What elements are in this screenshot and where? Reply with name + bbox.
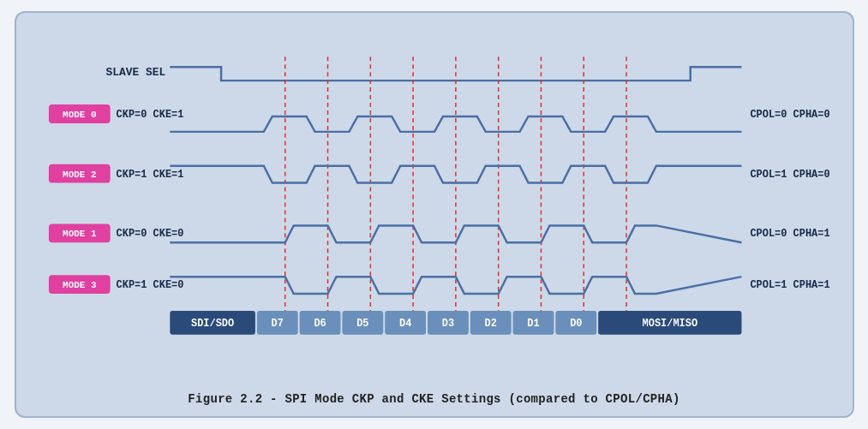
mode0-badge: MODE 0 bbox=[63, 110, 96, 120]
d3-label: D3 bbox=[441, 318, 453, 330]
mode1-right: CPOL=0 CPHA=1 bbox=[750, 228, 829, 240]
mode2-right: CPOL=1 CPHA=0 bbox=[750, 169, 829, 181]
mode1-params: CKP=0 CKE=0 bbox=[116, 228, 183, 240]
figure-caption: Figure 2.2 - SPI Mode CKP and CKE Settin… bbox=[188, 392, 679, 406]
mode2-params: CKP=1 CKE=1 bbox=[116, 169, 183, 181]
mosi-miso-label: MOSI/MISO bbox=[642, 318, 697, 330]
mode3-params: CKP=1 CKE=0 bbox=[116, 279, 183, 291]
d1-label: D1 bbox=[527, 318, 539, 330]
sdi-sdo-label: SDI/SDO bbox=[191, 318, 234, 330]
mode2-badge: MODE 2 bbox=[63, 170, 96, 180]
mode3-badge: MODE 3 bbox=[63, 280, 97, 290]
mode1-badge: MODE 1 bbox=[63, 229, 97, 239]
d5-label: D5 bbox=[356, 318, 368, 330]
diagram-container: SLAVE SEL MODE 0 CKP=0 CKE=1 bbox=[15, 11, 854, 418]
mode0-right: CPOL=0 CPHA=0 bbox=[750, 109, 829, 121]
diagram-area: SLAVE SEL MODE 0 CKP=0 CKE=1 bbox=[33, 28, 835, 384]
d7-label: D7 bbox=[271, 318, 283, 330]
mode3-right: CPOL=1 CPHA=1 bbox=[750, 279, 829, 291]
d4-label: D4 bbox=[398, 318, 410, 330]
slave-sel-label: SLAVE SEL bbox=[105, 66, 165, 79]
d6-label: D6 bbox=[314, 318, 326, 330]
d2-label: D2 bbox=[484, 318, 496, 330]
d0-label: D0 bbox=[570, 318, 582, 330]
mode0-params: CKP=0 CKE=1 bbox=[116, 109, 183, 121]
